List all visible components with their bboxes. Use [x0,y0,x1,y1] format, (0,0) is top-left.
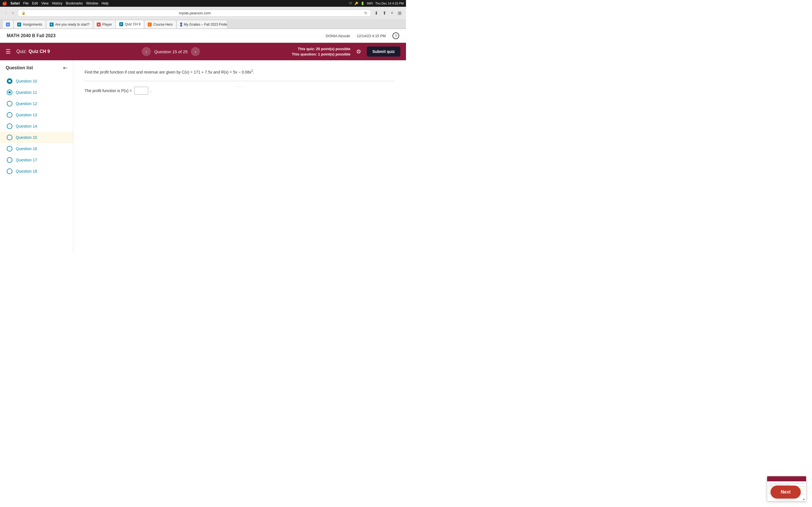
datetime-display: 12/14/23 4:15 PM [357,34,386,38]
tab-player[interactable]: ● Player [93,20,116,29]
help-menu[interactable]: Help [101,1,109,5]
tab-coursehero[interactable]: C Course Hero [144,20,176,29]
browser-tabs: G P Assignments P Are you ready to start… [0,19,406,29]
question-item-18[interactable]: Question 18 [0,166,73,177]
sidebar-toggle-icon[interactable]: ⊞ [397,9,403,17]
player-tab-label: Player [102,22,112,26]
assignments-tab-icon: P [17,22,21,26]
window-menu[interactable]: Window [86,1,98,5]
main-content: Question list ⇤ Question 10 Question 11 … [0,60,406,253]
question-prompt: Find the profit function if cost and rev… [85,69,395,75]
coursehero-tab-icon: C [148,22,152,26]
question-status-icon-14 [7,123,12,129]
history-menu[interactable]: History [52,1,62,5]
question-item-14[interactable]: Question 14 [0,121,73,132]
answer-prompt-text: The profit function is P(x) = [85,89,132,93]
question-item-17[interactable]: Question 17 [0,154,73,166]
question-status-icon-17 [7,157,12,163]
question-divider [85,81,395,81]
wifi-icon: WiFi [367,2,373,5]
question-item-12[interactable]: Question 12 [0,98,73,109]
tab-mygrades[interactable]: M My Grades – Fall 2023 Finite.... [176,20,227,29]
question-item-16[interactable]: Question 16 [0,143,73,154]
quiz-name: Quiz CH 9 [29,49,50,54]
mac-menubar: 🍎 Safari File Edit View History Bookmark… [0,0,406,7]
quiz-info-right: This quiz: 25 point(s) possible This que… [292,46,400,57]
question-item-11[interactable]: Question 11 [0,87,73,98]
question-counter: Question 15 of 25 [154,49,188,54]
download-icon[interactable]: ⬇ [373,9,379,17]
question-13-label: Question 13 [16,113,37,117]
url-display: mylab.pearson.com [28,11,363,15]
question-item-15[interactable]: Question 15 [0,132,73,143]
tab-readytostart[interactable]: P Are you ready to start? [46,20,93,29]
browser-chrome: ‹ › 🔒 mylab.pearson.com ↻ ⬇ ⬆ + ⊞ G P As… [0,7,406,29]
back-button[interactable]: ‹ [3,9,8,17]
tab-assignments[interactable]: P Assignments [13,20,46,29]
lock-icon: 🔒 [21,11,26,15]
app-header: MATH 2040 B Fall 2023 DONIA Alzoubi 12/1… [0,29,406,43]
answer-input[interactable] [134,87,148,95]
question-10-label: Question 10 [16,79,37,83]
quiz-label: Quiz: [16,49,27,54]
sidebar-title: Question list [6,65,33,70]
player-tab-icon: ● [97,22,101,26]
submit-quiz-button[interactable]: Submit quiz [367,47,400,57]
question-status-icon-12 [7,101,12,107]
new-tab-icon[interactable]: + [390,9,395,17]
mygrades-tab-label: My Grades – Fall 2023 Finite.... [184,22,227,26]
next-question-button[interactable]: › [191,47,200,56]
menubar-right-icons: 🛡 🔑 🔋 WiFi Thu Dec 14 4:15 PM [349,2,404,5]
sidebar-header: Question list ⇤ [0,65,73,75]
question-item-10[interactable]: Question 10 [0,75,73,87]
password-icon: 🔑 [354,2,358,5]
time-display: Thu Dec 14 4:15 PM [375,2,404,5]
question-status-icon-13 [7,112,12,118]
tab-g[interactable]: G [2,20,13,29]
g-tab-icon: G [6,22,10,26]
hamburger-icon[interactable]: ☰ [6,48,11,55]
quiz-nav-center: ‹ Question 15 of 25 › [142,47,200,56]
share-icon[interactable]: ⬆ [382,9,388,17]
help-icon[interactable]: ? [393,33,399,39]
assignments-tab-label: Assignments [23,22,42,26]
question-15-label: Question 15 [16,135,37,140]
question-content-area: Find the profit function if cost and rev… [73,60,406,253]
edit-menu[interactable]: Edit [32,1,38,5]
header-right: DONIA Alzoubi 12/14/23 4:15 PM ? [326,33,399,39]
question-item-13[interactable]: Question 13 [0,109,73,121]
app-title: MATH 2040 B Fall 2023 [7,33,56,38]
forward-button[interactable]: › [10,9,15,17]
apple-icon[interactable]: 🍎 [2,1,7,6]
question-11-label: Question 11 [16,90,37,95]
question-12-label: Question 12 [16,101,37,106]
address-bar[interactable]: 🔒 mylab.pearson.com ↻ [18,10,371,17]
question-status-icon-16 [7,146,12,152]
readytostart-tab-label: Are you ready to start? [55,22,89,26]
readytostart-tab-icon: P [50,22,54,26]
quizch9-tab-icon: P [119,22,123,26]
question-18-label: Question 18 [16,169,37,173]
safari-menu-item[interactable]: Safari [10,1,20,5]
divider-dots: · · · [235,84,245,89]
quiz-header: ☰ Quiz: Quiz CH 9 ‹ Question 15 of 25 › … [0,43,406,60]
browser-actions: ⬇ ⬆ + ⊞ [373,9,403,17]
collapse-sidebar-button[interactable]: ⇤ [63,65,67,71]
file-menu[interactable]: File [23,1,29,5]
bookmarks-menu[interactable]: Bookmarks [66,1,83,5]
prev-question-button[interactable]: ‹ [142,47,151,56]
view-menu[interactable]: View [41,1,49,5]
settings-button[interactable]: ⚙ [356,48,361,55]
tab-quizch9[interactable]: P Quiz CH 9 [116,20,144,29]
question-16-label: Question 16 [16,147,37,151]
question-status-icon-18 [7,168,12,174]
question-status-icon-10 [7,78,12,84]
reload-icon[interactable]: ↻ [364,11,367,15]
question-17-label: Question 17 [16,158,37,162]
menu-bar-items: File Edit View History Bookmarks Window … [23,1,109,5]
question-status-icon-11 [7,90,12,95]
browser-toolbar: ‹ › 🔒 mylab.pearson.com ↻ ⬇ ⬆ + ⊞ [0,7,406,19]
user-name: DONIA Alzoubi [326,34,350,38]
shield-icon: 🛡 [349,2,352,5]
this-quiz-info: This quiz: 25 point(s) possible [292,46,350,52]
